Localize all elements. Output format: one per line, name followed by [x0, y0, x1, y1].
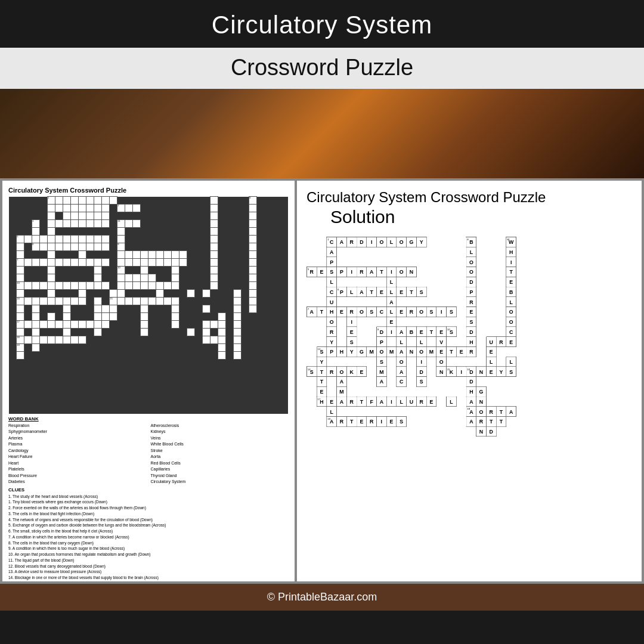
grid-cell	[24, 383, 32, 391]
solution-cell	[516, 257, 527, 267]
solution-cell: L	[416, 337, 426, 347]
grid-cell: 15	[110, 298, 117, 305]
solution-cell: Y	[346, 346, 357, 357]
grid-cell	[32, 375, 40, 383]
solution-cell	[376, 297, 386, 307]
grid-cell	[141, 336, 148, 344]
grid-cell	[234, 212, 242, 220]
grid-cell	[79, 321, 86, 329]
solution-cell	[407, 426, 417, 436]
solution-cell	[456, 416, 466, 426]
solution-cell	[486, 447, 496, 457]
solution-cell: N	[476, 426, 487, 436]
solution-cell	[506, 447, 516, 457]
solution-cell	[506, 436, 516, 447]
grid-cell	[117, 360, 125, 367]
solution-cell	[426, 287, 436, 297]
solution-cell: G	[407, 237, 417, 247]
solution-cell	[306, 346, 317, 357]
grid-cell	[55, 344, 63, 352]
solution-cell: T	[426, 327, 436, 337]
solution-cell	[426, 257, 436, 267]
solution-cell	[306, 317, 317, 327]
solution-cell: C	[506, 327, 516, 337]
solution-cell	[346, 277, 357, 287]
solution-cell	[346, 247, 357, 257]
solution-cell	[306, 436, 317, 447]
grid-cell	[195, 197, 203, 205]
grid-cell	[17, 391, 24, 398]
grid-cell	[156, 274, 164, 282]
solution-cell	[376, 436, 386, 447]
solution-cell	[386, 386, 397, 397]
solution-cell: A	[376, 397, 386, 407]
solution-cell	[337, 327, 347, 337]
grid-cell	[48, 406, 55, 414]
grid-cell	[187, 383, 195, 391]
grid-cell	[203, 259, 210, 267]
grid-cell	[9, 329, 17, 336]
grid-cell	[148, 243, 156, 251]
grid-cell	[172, 329, 179, 336]
solution-cell: R	[466, 346, 476, 357]
grid-cell	[117, 352, 125, 360]
grid-cell	[172, 290, 179, 298]
grid-cell	[79, 398, 86, 406]
solution-cell	[317, 426, 327, 436]
grid-cell	[242, 274, 249, 282]
grid-cell	[164, 212, 172, 220]
grid-cell	[273, 352, 280, 360]
grid-cell	[257, 228, 265, 236]
solution-cell	[346, 297, 357, 307]
solution-cell: A	[386, 297, 397, 307]
solution-cell: D	[486, 426, 496, 436]
grid-cell	[234, 305, 242, 313]
grid-cell	[195, 274, 203, 282]
grid-cell	[86, 274, 94, 282]
grid-cell	[249, 236, 257, 243]
grid-cell	[210, 391, 218, 398]
grid-cell	[265, 360, 273, 367]
grid-cell	[148, 197, 156, 205]
header-gray-bar: Crossword Puzzle	[0, 48, 644, 89]
grid-cell	[55, 267, 63, 274]
grid-cell	[203, 228, 210, 236]
solution-cell: S	[426, 306, 436, 317]
grid-cell	[218, 228, 226, 236]
grid-cell	[48, 367, 55, 375]
grid-cell	[133, 375, 141, 383]
grid-cell	[9, 267, 17, 274]
grid-cell	[234, 290, 242, 298]
solution-cell	[516, 367, 527, 377]
grid-cell	[24, 290, 32, 298]
grid-cell	[172, 352, 179, 360]
grid-cell	[273, 398, 280, 406]
grid-cell	[164, 398, 172, 406]
grid-cell	[242, 220, 249, 228]
grid-cell	[280, 313, 288, 321]
grid-cell	[63, 197, 71, 205]
solution-cell	[476, 267, 487, 277]
solution-cell	[476, 287, 487, 297]
solution-cell: T	[346, 416, 357, 426]
solution-cell	[317, 297, 327, 307]
grid-cell	[164, 259, 172, 267]
grid-cell	[133, 274, 141, 282]
grid-cell	[257, 220, 265, 228]
solution-cell	[496, 306, 506, 317]
grid-cell	[203, 367, 210, 375]
grid-cell	[156, 321, 164, 329]
grid-cell	[172, 282, 179, 290]
grid-cell	[32, 391, 40, 398]
grid-cell	[210, 197, 218, 205]
solution-cell	[447, 447, 457, 457]
solution-cell: 18A	[466, 407, 476, 417]
background-image-area	[0, 89, 644, 178]
grid-cell	[48, 375, 55, 383]
grid-cell	[71, 212, 79, 220]
grid-cell	[156, 220, 164, 228]
grid-cell	[226, 344, 234, 352]
grid-cell	[9, 282, 17, 290]
solution-cell	[367, 426, 377, 436]
grid-cell	[55, 375, 63, 383]
